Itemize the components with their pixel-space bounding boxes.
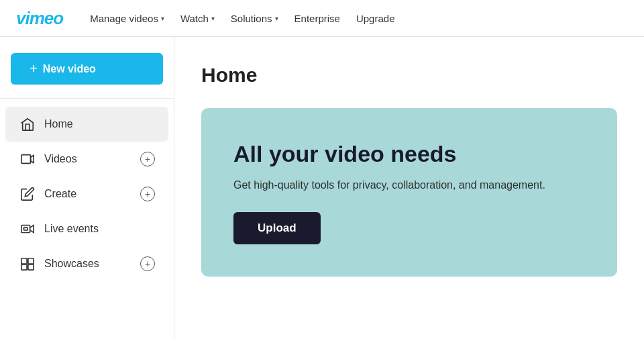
sidebar: + New video Home [0,37,174,341]
svg-rect-2 [24,228,28,230]
upload-button[interactable]: Upload [233,212,321,244]
home-icon [19,115,36,133]
sidebar-divider [0,98,174,99]
svg-rect-0 [21,155,31,164]
svg-rect-6 [28,264,34,270]
create-icon [19,185,36,203]
sidebar-nav: Home Videos + [0,107,174,281]
nav-items: Manage videos ▾ Watch ▾ Solutions ▾ Ente… [90,13,394,24]
svg-rect-5 [21,264,27,270]
add-create-icon[interactable]: + [140,187,155,201]
promo-card: All your video needs Get high-quality to… [201,108,617,277]
main-content: Home All your video needs Get high-quali… [174,37,644,341]
add-showcases-icon[interactable]: + [140,256,155,271]
sidebar-item-showcases[interactable]: Showcases + [5,246,168,281]
sidebar-item-home[interactable]: Home [5,107,168,142]
nav-item-solutions[interactable]: Solutions ▾ [231,13,278,24]
top-nav: vimeo Manage videos ▾ Watch ▾ Solutions … [0,0,644,37]
svg-rect-4 [28,258,34,264]
add-videos-icon[interactable]: + [140,152,155,166]
promo-subtext: Get high-quality tools for privacy, coll… [233,177,585,193]
nav-item-enterprise[interactable]: Enterprise [294,13,340,24]
plus-icon: + [30,61,38,77]
sidebar-item-create[interactable]: Create + [5,177,168,211]
svg-rect-1 [21,226,30,233]
new-video-button[interactable]: + New video [11,53,163,85]
page-title: Home [201,64,617,87]
chevron-down-icon: ▾ [211,15,215,22]
showcases-icon [19,255,36,273]
main-layout: + New video Home [0,37,644,341]
nav-item-watch[interactable]: Watch ▾ [180,13,215,24]
promo-heading: All your video needs [233,140,585,168]
vimeo-logo[interactable]: vimeo [16,8,63,29]
live-events-icon [19,220,36,238]
svg-rect-3 [21,258,27,264]
chevron-down-icon: ▾ [275,15,278,22]
nav-item-manage-videos[interactable]: Manage videos ▾ [90,13,164,24]
chevron-down-icon: ▾ [161,15,164,22]
videos-icon [19,150,36,168]
sidebar-item-videos[interactable]: Videos + [5,142,168,177]
nav-item-upgrade[interactable]: Upgrade [356,13,395,24]
sidebar-item-live-events[interactable]: Live events [5,211,168,246]
